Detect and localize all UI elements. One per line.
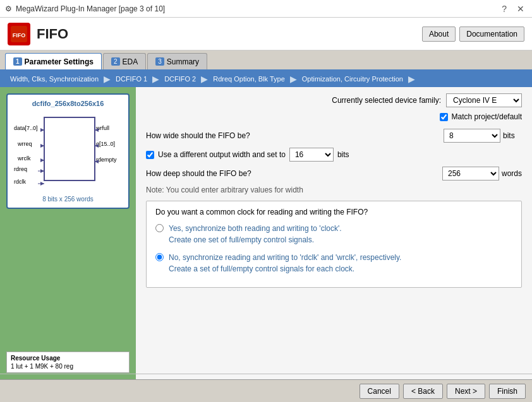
- output-width-input[interactable]: 16 8 32: [289, 148, 334, 162]
- width-label: How wide should the FIFO be?: [146, 131, 444, 140]
- tab-num-3: 3: [155, 57, 164, 66]
- back-button[interactable]: < Back: [403, 384, 443, 399]
- title-bar-left: ⚙ MegaWizard Plug-In Manager [page 3 of …: [5, 4, 165, 13]
- bc-item-4[interactable]: Rdreq Option, Blk Type: [208, 71, 290, 87]
- tab-summary[interactable]: 3 Summary: [147, 53, 207, 69]
- clock-group-box: Do you want a common clock for reading a…: [146, 201, 522, 288]
- close-button[interactable]: ✕: [514, 4, 527, 14]
- width-right: 8 16 32 bits: [444, 129, 522, 143]
- header-left: FIFO FIFO: [8, 23, 68, 45]
- separator: [0, 374, 532, 374]
- device-select[interactable]: Cyclone IV E Cyclone V Arria II: [446, 93, 522, 107]
- bc-arrow-3: ▶: [201, 74, 208, 84]
- device-label: Currently selected device family:: [332, 96, 441, 105]
- tab-label-2: EDA: [123, 57, 138, 66]
- tab-label-1: Parameter Settings: [25, 57, 94, 66]
- diagram-title: dcfifo_256x8to256x16: [13, 100, 123, 107]
- bottom-bar: Cancel < Back Next > Finish: [0, 379, 532, 402]
- tab-eda[interactable]: 2 EDA: [103, 53, 146, 69]
- fifo-diagram: dcfifo_256x8to256x16 data[7..0] wrreq wr…: [6, 93, 130, 209]
- finish-button[interactable]: Finish: [489, 384, 526, 399]
- width-unit: bits: [503, 131, 522, 140]
- depth-input[interactable]: 256 512 1024: [442, 167, 499, 180]
- svg-marker-23: [40, 182, 44, 186]
- output-width-label: Use a different output width and set to: [158, 150, 286, 159]
- bc-item-1[interactable]: Width, Clks, Synchronization: [5, 71, 104, 87]
- cancel-button[interactable]: Cancel: [360, 384, 399, 399]
- radio-yes-text: Yes, synchronize both reading and writin…: [169, 223, 342, 245]
- svg-text:FIFO: FIFO: [13, 32, 26, 38]
- match-row: Match project/default: [146, 112, 522, 121]
- svg-text:q[15..0]: q[15..0]: [96, 141, 115, 147]
- tab-parameter-settings[interactable]: 1 Parameter Settings: [5, 53, 102, 69]
- device-row: Currently selected device family: Cyclon…: [146, 93, 522, 107]
- bc-item-2[interactable]: DCFIFO 1: [111, 71, 152, 87]
- help-button[interactable]: ?: [499, 4, 509, 14]
- right-panel: Currently selected device family: Cyclon…: [136, 87, 532, 379]
- match-checkbox[interactable]: [440, 113, 448, 121]
- tab-label-3: Summary: [167, 57, 199, 66]
- breadcrumb-bar: Width, Clks, Synchronization ▶ DCFIFO 1 …: [0, 71, 532, 87]
- tabs-bar: 1 Parameter Settings 2 EDA 3 Summary: [0, 50, 532, 71]
- depth-unit: words: [502, 169, 522, 178]
- title-bar-text: MegaWizard Plug-In Manager [page 3 of 10…: [16, 4, 165, 13]
- svg-text:wrclk: wrclk: [17, 155, 31, 162]
- header-buttons: About Documentation: [422, 27, 524, 42]
- svg-text:rdclk: rdclk: [14, 179, 27, 185]
- next-button[interactable]: Next >: [447, 384, 485, 399]
- bc-arrow-1: ▶: [104, 74, 111, 84]
- left-panel: dcfifo_256x8to256x16 data[7..0] wrreq wr…: [0, 87, 136, 379]
- note-text: Note: You could enter arbitrary values f…: [146, 186, 522, 194]
- bc-arrow-5: ▶: [408, 74, 415, 84]
- radio-yes-option: Yes, synchronize both reading and writin…: [155, 223, 512, 245]
- svg-text:data[7..0]: data[7..0]: [14, 125, 38, 131]
- bc-arrow-4: ▶: [290, 74, 297, 84]
- width-row: How wide should the FIFO be? 8 16 32 bit…: [146, 129, 522, 143]
- title-bar: ⚙ MegaWizard Plug-In Manager [page 3 of …: [0, 0, 532, 18]
- depth-label: How deep should the FIFO be?: [146, 169, 442, 178]
- radio-no[interactable]: [155, 253, 164, 261]
- radio-no-option: No, synchronize reading and writing to '…: [155, 252, 512, 275]
- tab-num-2: 2: [111, 57, 120, 66]
- output-width-row: Use a different output width and set to …: [146, 148, 522, 162]
- documentation-button[interactable]: Documentation: [459, 27, 524, 42]
- bc-item-3[interactable]: DCFIFO 2: [159, 71, 201, 87]
- group-title: Do you want a common clock for reading a…: [155, 208, 512, 216]
- svg-text:wrreq: wrreq: [17, 141, 32, 147]
- radio-yes[interactable]: [155, 224, 164, 232]
- tab-num-1: 1: [13, 57, 22, 66]
- bc-arrow-2: ▶: [152, 74, 159, 84]
- about-button[interactable]: About: [422, 27, 456, 42]
- wizard-icon: ⚙: [5, 4, 12, 13]
- svg-text:rdreq: rdreq: [14, 166, 27, 172]
- width-input[interactable]: 8 16 32: [444, 129, 500, 143]
- output-width-unit: bits: [337, 150, 356, 159]
- header: FIFO FIFO About Documentation: [0, 18, 532, 50]
- fifo-logo: FIFO: [8, 23, 30, 45]
- match-label: Match project/default: [452, 112, 522, 121]
- app-title: FIFO: [37, 26, 68, 42]
- resource-box: Resource Usage 1 lut + 1 M9K + 80 reg: [6, 352, 130, 373]
- main-layout: dcfifo_256x8to256x16 data[7..0] wrreq wr…: [0, 87, 532, 379]
- radio-no-text: No, synchronize reading and writing to '…: [169, 252, 401, 275]
- resource-usage-value: 1 lut + 1 M9K + 80 reg: [11, 363, 125, 370]
- depth-right: 256 512 1024 words: [442, 167, 522, 180]
- output-width-checkbox[interactable]: [146, 151, 154, 159]
- title-bar-controls: ? ✕: [499, 4, 527, 14]
- depth-row: How deep should the FIFO be? 256 512 102…: [146, 167, 522, 180]
- svg-rect-2: [44, 117, 95, 180]
- bc-item-5[interactable]: Optimization, Circuitry Protection: [297, 71, 408, 87]
- fifo-diagram-svg: data[7..0] wrreq wrclk wrfull q[15..0]: [13, 111, 126, 193]
- resource-usage-title: Resource Usage: [11, 355, 125, 362]
- fifo-info: 8 bits x 256 words: [13, 196, 123, 203]
- svg-text:rdempty: rdempty: [96, 157, 117, 163]
